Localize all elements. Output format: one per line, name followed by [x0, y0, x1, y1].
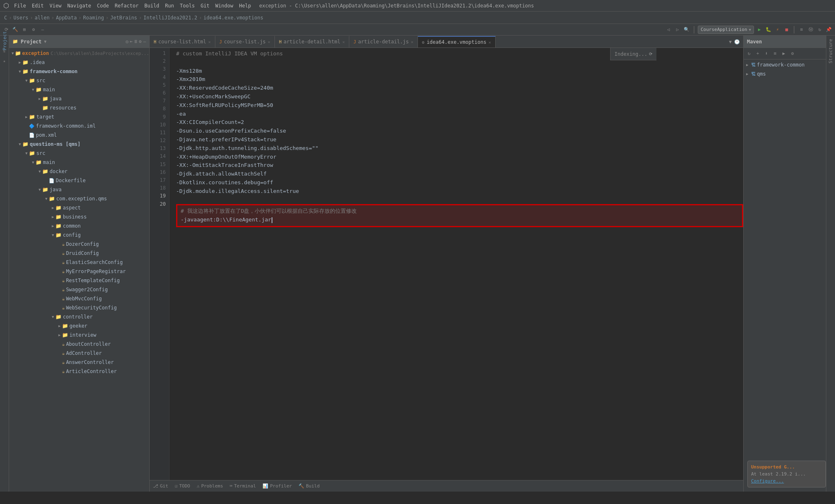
tree-adcontroller[interactable]: ☕ AdController	[9, 349, 149, 358]
menu-run[interactable]: Run	[165, 3, 174, 9]
menu-window[interactable]: Window	[215, 3, 233, 9]
menu-tools[interactable]: Tools	[180, 3, 195, 9]
menu-help[interactable]: Help	[239, 3, 251, 9]
more-run-icon[interactable]: ≡	[798, 26, 805, 33]
tree-dockerfile[interactable]: 📄 Dockerfile	[9, 176, 149, 185]
recent-files-icon[interactable]: 🕐	[734, 39, 740, 45]
profiler-icon[interactable]: Ⓜ	[807, 26, 814, 33]
tab-list-icon[interactable]: ▼	[729, 39, 732, 45]
menu-bar[interactable]: File Edit View Navigate Code Refactor Bu…	[14, 3, 251, 9]
menu-refactor[interactable]: Refactor	[115, 3, 138, 9]
close-toolbar-icon[interactable]: —	[39, 26, 46, 33]
tree-question-ms[interactable]: ▼ 📁 question-ms [qms]	[9, 140, 149, 149]
tree-com-exception-qms[interactable]: ▼ 📁 com.exception.qms	[9, 194, 149, 203]
git-status[interactable]: ⎇ Git	[153, 483, 168, 489]
menu-file[interactable]: File	[14, 3, 26, 9]
locate-icon[interactable]: ◎	[126, 39, 129, 44]
tab-idea64-vmoptions[interactable]: ⚙ idea64.exe.vmoptions ✕	[418, 36, 496, 48]
tree-java-qms[interactable]: ▼ 📁 java	[9, 185, 149, 194]
menu-navigate[interactable]: Navigate	[67, 3, 91, 9]
build-icon[interactable]: 🔨	[12, 26, 19, 33]
maven-refresh-icon[interactable]: ↻	[745, 50, 753, 57]
bc-users[interactable]: Users	[13, 15, 28, 21]
tree-druidconfig[interactable]: ☕ DruidConfig	[9, 249, 149, 258]
stop-button[interactable]: ■	[783, 26, 790, 33]
configure-link[interactable]: Configure...	[751, 478, 822, 484]
expand-all-icon[interactable]: ≣	[134, 39, 137, 44]
app-config-dropdown[interactable]: CourseApplication ▼	[698, 26, 754, 34]
tab-article-detail-html[interactable]: H article-detail.html ✕	[275, 36, 349, 48]
tab-article-detail-js[interactable]: J article-detail.js ✕	[349, 36, 418, 48]
bc-idea[interactable]: IntelliJIdea2021.2	[143, 15, 197, 21]
build-status[interactable]: 🔨 Build	[298, 483, 320, 489]
tree-websecurity[interactable]: ☕ WebSecurityConfig	[9, 303, 149, 312]
tab-course-list-js[interactable]: J course-list.js ✕	[215, 36, 275, 48]
tree-framework-common[interactable]: ▼ 📁 framework-common	[9, 67, 149, 76]
layout-icon[interactable]: ⊞	[21, 26, 28, 33]
coverage-button[interactable]: ⚡	[774, 26, 781, 33]
tree-dozerconfig[interactable]: ☕ DozerConfig	[9, 240, 149, 249]
menu-build[interactable]: Build	[144, 3, 159, 9]
run-button[interactable]: ▶	[756, 26, 763, 33]
menu-code[interactable]: Code	[97, 3, 109, 9]
refresh-icon[interactable]: ↻	[816, 26, 823, 33]
bc-file[interactable]: idea64.exe.vmoptions	[203, 15, 263, 21]
maven-qms[interactable]: ▶ 🏗 qms	[744, 69, 826, 78]
tree-idea[interactable]: ▶ 📁 .idea	[9, 58, 149, 67]
terminal-status[interactable]: ⌨ Terminal	[230, 483, 256, 489]
tree-controller[interactable]: ▼ 📁 controller	[9, 312, 149, 321]
back-icon[interactable]: ◁	[665, 26, 672, 33]
project-settings-icon[interactable]: ⚙	[139, 39, 142, 44]
bc-appdata[interactable]: AppData	[56, 15, 77, 21]
tree-geeker[interactable]: ▶ 📁 geeker	[9, 321, 149, 330]
tree-business[interactable]: ▶ 📁 business	[9, 212, 149, 221]
project-icon[interactable]: Project	[1, 37, 8, 45]
tree-swagger2config[interactable]: ☕ Swagger2Config	[9, 285, 149, 294]
tree-target[interactable]: ▶ 📁 target	[9, 112, 149, 121]
close-tab-1[interactable]: ✕	[268, 40, 270, 44]
debug-button[interactable]: 🐛	[765, 26, 772, 33]
maven-run-icon[interactable]: ▶	[780, 50, 787, 57]
tree-resttemplate[interactable]: ☕ RestTemplateConfig	[9, 276, 149, 285]
bc-c[interactable]: C	[4, 15, 7, 21]
tree-src-qms[interactable]: ▼ 📁 src	[9, 149, 149, 158]
maven-framework-common[interactable]: ▶ 🏗 framework-common	[744, 60, 826, 69]
tree-articlecontroller[interactable]: ☕ ArticleController	[9, 367, 149, 376]
menu-git[interactable]: Git	[200, 3, 210, 9]
todo-status[interactable]: ☑ TODO	[175, 483, 190, 489]
problems-status[interactable]: ⚠ Problems	[197, 483, 223, 489]
code-editor[interactable]: # custom IntelliJ IDEA VM options -Xms12…	[169, 48, 743, 480]
tree-main-fc[interactable]: ▼ 📁 main	[9, 85, 149, 94]
tab-course-list-html[interactable]: H course-list.html ✕	[150, 36, 215, 48]
favorites-icon[interactable]: ★	[1, 57, 8, 64]
tree-root[interactable]: ▼ 📁 exception C:\Users\allen\IdeaProject…	[9, 49, 149, 58]
close-tab-0[interactable]: ✕	[208, 40, 211, 44]
tree-aspect[interactable]: ▶ 📁 aspect	[9, 203, 149, 212]
menu-edit[interactable]: Edit	[32, 3, 44, 9]
profiler-status[interactable]: 📊 Profiler	[262, 483, 292, 489]
close-tab-4[interactable]: ✕	[489, 40, 491, 45]
structure-icon[interactable]: Structure	[827, 37, 834, 65]
maven-add-icon[interactable]: +	[754, 50, 761, 57]
tree-webmvcconfig[interactable]: ☕ WebMvcConfig	[9, 294, 149, 303]
tree-framework-iml[interactable]: 🔷 framework-common.iml	[9, 121, 149, 131]
tree-main-qms[interactable]: ▼ 📁 main	[9, 158, 149, 167]
tree-java-fc[interactable]: ▶ 📁 java	[9, 94, 149, 103]
pin-icon[interactable]: 📌	[825, 26, 833, 33]
close-tab-3[interactable]: ✕	[411, 40, 413, 44]
tree-aboutcontroller[interactable]: ☕ AboutController	[9, 340, 149, 349]
tree-docker[interactable]: ▼ 📁 docker	[9, 167, 149, 176]
tree-answercontroller[interactable]: ☕ AnswerController	[9, 358, 149, 367]
tree-common[interactable]: ▶ 📁 common	[9, 221, 149, 231]
close-tab-2[interactable]: ✕	[342, 40, 345, 44]
tree-interview[interactable]: ▶ 📁 interview	[9, 330, 149, 340]
collapse-all-icon[interactable]: ⇤	[130, 39, 133, 44]
bc-roaming[interactable]: Roaming	[83, 15, 104, 21]
project-close-icon[interactable]: —	[143, 39, 146, 44]
forward-icon[interactable]: ▷	[674, 26, 681, 33]
tree-elasticsearchconfig[interactable]: ☕ ElasticSearchConfig	[9, 258, 149, 267]
menu-view[interactable]: View	[50, 3, 62, 9]
search-everywhere-icon[interactable]: 🔍	[683, 26, 690, 33]
tree-resources-fc[interactable]: 📁 resources	[9, 103, 149, 112]
settings-icon[interactable]: ⚙	[30, 26, 37, 33]
